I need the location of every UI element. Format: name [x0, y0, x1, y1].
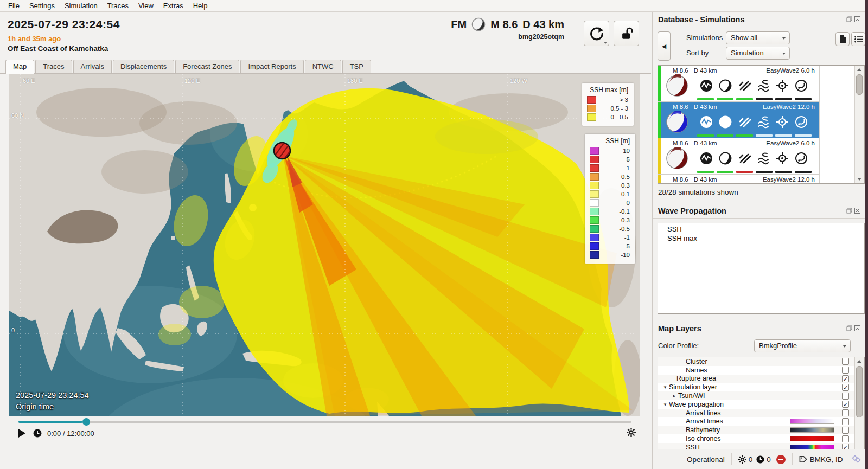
focal-mechanism-icon[interactable]	[666, 74, 688, 97]
beachball-small-icon[interactable]	[718, 151, 732, 165]
close-icon[interactable]	[854, 208, 860, 214]
menu-item[interactable]: File	[3, 1, 24, 11]
refresh-dropdown-caret[interactable]	[604, 42, 607, 44]
menu-item[interactable]: Help	[188, 1, 213, 11]
tab[interactable]: Displacements	[113, 60, 174, 73]
wave-propagation-item[interactable]: SSH max	[658, 234, 864, 243]
map-view[interactable]: 60 E 120 E 180 E 120 W 60 N 0 SSH max [m…	[9, 74, 640, 416]
layers-scrollbar[interactable]	[854, 357, 864, 460]
layer-row[interactable]: Iso chrones	[658, 434, 864, 443]
no-data-icon[interactable]	[737, 115, 751, 129]
radar-icon[interactable]	[794, 79, 808, 93]
crosshair-icon[interactable]	[775, 79, 789, 93]
tab[interactable]: TSP	[342, 60, 371, 73]
expander-icon[interactable]: ▾	[661, 402, 669, 407]
menu-item[interactable]: Simulation	[60, 1, 103, 11]
layer-color-ramp	[790, 427, 834, 433]
detach-icon[interactable]	[846, 16, 852, 22]
tab[interactable]: Map	[5, 60, 34, 74]
simulation-item[interactable]: M 8.6 D 43 km EasyWave2 12.0 h	[658, 102, 820, 138]
tab[interactable]: Arrivals	[73, 60, 112, 73]
simulation-item[interactable]: M 8.6 D 43 km EasyWave2 6.0 h	[658, 66, 820, 102]
menu-item[interactable]: Extras	[158, 1, 188, 11]
waveform-icon[interactable]	[699, 115, 713, 129]
wave-propagation-item[interactable]: SSH	[658, 224, 864, 234]
layer-checkbox[interactable]	[842, 393, 849, 400]
waveform-icon[interactable]	[699, 79, 713, 93]
play-button[interactable]	[18, 429, 25, 438]
layer-row[interactable]: Rupture area	[658, 375, 864, 383]
scroll-down-arrow[interactable]	[857, 178, 861, 181]
layer-row[interactable]: Names	[658, 366, 864, 375]
layer-row[interactable]: ▾ Wave propagation	[658, 400, 864, 409]
menu-item[interactable]: View	[133, 1, 158, 11]
layer-checkbox[interactable]	[842, 435, 849, 442]
focal-mechanism-icon[interactable]	[666, 147, 688, 170]
layer-checkbox[interactable]	[842, 375, 849, 382]
slider-thumb[interactable]	[82, 418, 90, 426]
refresh-button[interactable]	[584, 21, 609, 46]
layer-row[interactable]: Arrival lines	[658, 409, 864, 417]
wave-propagation-title: Wave Propagation	[658, 207, 726, 215]
slider-track[interactable]	[18, 421, 631, 423]
tab[interactable]: Traces	[35, 60, 72, 73]
color-profile-select[interactable]: BmkgProfile	[754, 339, 851, 352]
simulation-item[interactable]: M 8.6 D 43 km EasyWave2 12.0 h	[658, 175, 820, 184]
detach-icon[interactable]	[846, 208, 852, 214]
layer-row[interactable]: Bathymetry	[658, 426, 864, 434]
time-slider[interactable]	[9, 417, 639, 426]
menu-item[interactable]: Traces	[103, 1, 133, 11]
sea-level-icon[interactable]	[756, 115, 770, 129]
sidebar: Database - Simulations ◀ Simulations Sho…	[652, 12, 865, 469]
expander-icon[interactable]: ▸	[671, 393, 678, 399]
no-data-icon[interactable]	[737, 79, 751, 93]
layer-row[interactable]: ▸ TsunAWI	[658, 391, 864, 400]
beachball-small-icon[interactable]	[718, 79, 732, 93]
layer-checkbox[interactable]	[842, 384, 849, 391]
detach-icon[interactable]	[846, 325, 852, 331]
scroll-up-arrow[interactable]	[857, 360, 861, 363]
beachball-small-icon[interactable]	[718, 115, 732, 129]
scrollbar-thumb[interactable]	[856, 74, 863, 95]
tab[interactable]: Impact Reports	[240, 60, 303, 73]
timeline-settings-icon[interactable]	[627, 428, 636, 439]
layer-checkbox[interactable]	[842, 409, 849, 416]
tab[interactable]: Forecast Zones	[175, 60, 239, 73]
layer-row[interactable]: ▾ Simulation layer	[658, 383, 864, 391]
focal-mechanism-icon[interactable]	[666, 183, 688, 184]
collapse-sidebar-button[interactable]: ◀	[658, 31, 671, 61]
menu-item[interactable]: Settings	[24, 1, 60, 11]
scrollbar-thumb[interactable]	[856, 366, 863, 417]
tab[interactable]: NTWC	[305, 60, 341, 73]
layer-checkbox[interactable]	[842, 367, 849, 374]
layer-row[interactable]: Cluster	[658, 357, 864, 366]
scroll-up-arrow[interactable]	[857, 68, 861, 71]
sort-by-select[interactable]: Simulation	[726, 47, 790, 60]
layer-row[interactable]: Arrival times	[658, 417, 864, 426]
radar-icon[interactable]	[794, 115, 808, 129]
no-data-icon[interactable]	[737, 151, 751, 165]
list-view-button[interactable]	[851, 32, 865, 46]
sea-level-icon[interactable]	[756, 79, 770, 93]
sea-level-icon[interactable]	[756, 151, 770, 165]
report-button[interactable]	[835, 32, 850, 46]
layer-checkbox[interactable]	[842, 358, 849, 365]
link-icon[interactable]	[852, 455, 861, 464]
close-icon[interactable]	[854, 16, 860, 22]
crosshair-icon[interactable]	[775, 115, 789, 129]
legend-value: -0.1	[603, 208, 630, 215]
crosshair-icon[interactable]	[775, 151, 789, 165]
clock-icon	[756, 455, 764, 464]
radar-icon[interactable]	[794, 151, 808, 165]
waveform-icon[interactable]	[699, 151, 713, 165]
focal-mechanism-icon[interactable]	[666, 111, 688, 133]
layer-checkbox[interactable]	[842, 427, 849, 434]
layer-checkbox[interactable]	[842, 401, 849, 408]
close-icon[interactable]	[854, 325, 860, 331]
simulation-item[interactable]: M 8.6 D 43 km EasyWave2 6.0 h	[658, 138, 820, 175]
layer-checkbox[interactable]	[842, 418, 849, 425]
unlock-button[interactable]	[614, 21, 639, 46]
expander-icon[interactable]: ▾	[661, 384, 669, 390]
simulations-scrollbar[interactable]	[854, 66, 864, 183]
simulations-filter-select[interactable]: Show all	[726, 31, 790, 44]
